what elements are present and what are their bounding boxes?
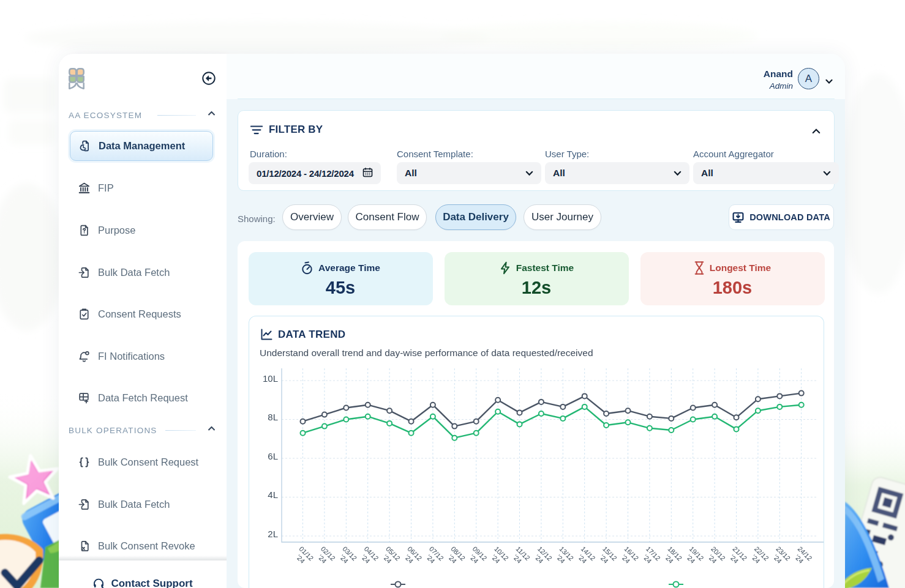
svg-text:2L: 2L [268, 529, 278, 539]
svg-text:8L: 8L [268, 412, 278, 422]
svg-text:10L: 10L [263, 373, 278, 384]
svg-text:6L: 6L [268, 451, 278, 461]
svg-text:4L: 4L [268, 489, 278, 500]
